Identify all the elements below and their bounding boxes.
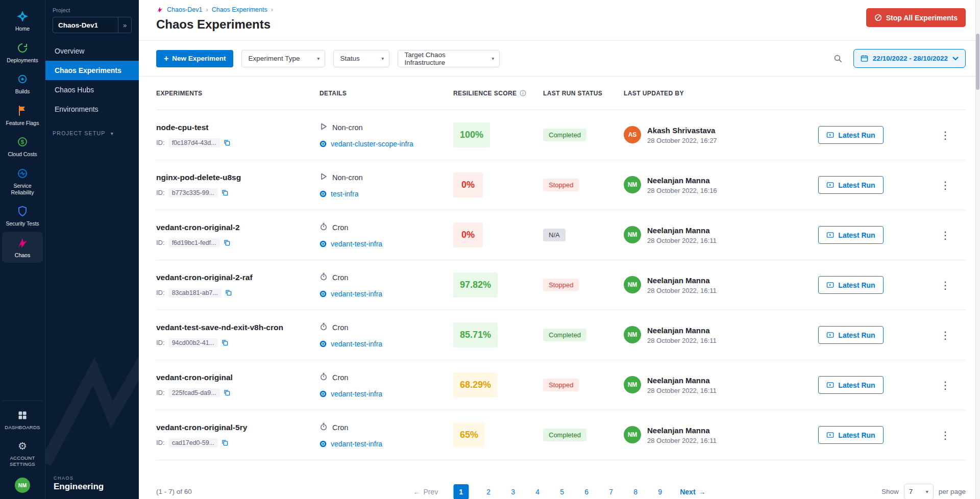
sidebar-item-overview[interactable]: Overview — [45, 41, 139, 61]
infrastructure-icon — [320, 190, 327, 197]
row-menu-icon[interactable]: ⋮ — [936, 328, 954, 342]
nav-account-settings[interactable]: ⚙ ACCOUNT SETTINGS — [2, 435, 43, 471]
copy-icon[interactable] — [222, 439, 228, 446]
experiment-name[interactable]: vedant-cron-original-2 — [156, 223, 320, 232]
nav-deployments[interactable]: Deployments — [2, 37, 43, 68]
nav-service-reliability[interactable]: Service Reliability — [2, 162, 43, 200]
table-row: node-cpu-test ID: f0c187d4-43d... Non-cr… — [156, 110, 966, 160]
avatar: AS — [624, 126, 641, 143]
pagination-next[interactable]: Next→ — [680, 488, 705, 496]
per-page-label: per page — [939, 488, 966, 495]
filter-experiment-type[interactable]: Experiment Type ▾ — [241, 50, 325, 67]
nav-feature-flags[interactable]: Feature Flags — [2, 99, 43, 131]
nav-home[interactable]: Home — [2, 5, 43, 37]
copy-icon[interactable] — [224, 389, 230, 396]
experiment-type: Cron — [320, 272, 453, 283]
infrastructure-link[interactable]: vedant-test-infra — [331, 340, 382, 348]
experiment-name[interactable]: vedant-test-save-nd-exit-v8h-cron — [156, 323, 320, 332]
column-last-updated-by: LAST UPDATED BY — [624, 90, 777, 97]
pagination-prev[interactable]: ←Prev — [413, 488, 438, 496]
row-menu-icon[interactable]: ⋮ — [936, 178, 954, 192]
latest-run-button[interactable]: Latest Run — [818, 326, 883, 344]
experiment-name[interactable]: node-cpu-test — [156, 123, 320, 132]
sidebar-item-environments[interactable]: Environments — [45, 99, 139, 119]
resilience-score: 97.82% — [453, 272, 498, 297]
infrastructure-link[interactable]: vedant-test-infra — [331, 240, 382, 248]
pagination-page-4[interactable]: 4 — [533, 488, 542, 496]
new-experiment-button[interactable]: + New Experiment — [156, 50, 233, 67]
info-icon[interactable] — [520, 90, 526, 96]
resilience-score: 100% — [453, 122, 490, 147]
infrastructure-link[interactable]: vedant-test-infra — [331, 390, 382, 398]
pagination-page-7[interactable]: 7 — [606, 488, 616, 496]
nav-security-tests[interactable]: Security Tests — [2, 200, 43, 232]
user-name: Neelanjan Manna — [647, 426, 717, 435]
infrastructure-link[interactable]: test-infra — [331, 190, 358, 198]
infrastructure-link[interactable]: vedant-cluster-scope-infra — [331, 140, 413, 148]
nav-builds[interactable]: Builds — [2, 68, 43, 99]
infrastructure-link[interactable]: vedant-test-infra — [331, 290, 382, 298]
status-badge: Completed — [543, 329, 586, 341]
date-range-picker[interactable]: 22/10/2022 - 28/10/2022 — [853, 49, 966, 68]
breadcrumb: Chaos-Dev1 › Chaos Experiments › — [156, 6, 966, 13]
experiment-id-label: ID: — [156, 239, 165, 246]
copy-icon[interactable] — [222, 189, 228, 196]
row-menu-icon[interactable]: ⋮ — [936, 228, 954, 242]
latest-run-button[interactable]: Latest Run — [818, 176, 883, 194]
copy-icon[interactable] — [224, 139, 230, 146]
filter-target-chaos-infrastructure[interactable]: Target Chaos Infrastructure ▾ — [398, 50, 500, 67]
row-menu-icon[interactable]: ⋮ — [936, 278, 954, 292]
pagination-page-9[interactable]: 9 — [655, 488, 665, 496]
pagination-page-1[interactable]: 1 — [453, 484, 469, 499]
latest-run-button[interactable]: Latest Run — [818, 126, 883, 144]
copy-icon[interactable] — [224, 239, 230, 246]
infrastructure-link[interactable]: vedant-test-infra — [331, 440, 382, 448]
latest-run-button[interactable]: Latest Run — [818, 376, 883, 394]
project-name-input[interactable] — [53, 17, 118, 33]
chevron-down-icon: ▾ — [926, 489, 928, 494]
experiment-name[interactable]: vedant-cron-original-2-raf — [156, 273, 320, 282]
latest-run-button[interactable]: Latest Run — [818, 226, 883, 244]
sidebar-item-chaos-hubs[interactable]: Chaos Hubs — [45, 80, 139, 99]
updated-date: 28 October 2022, 16:27 — [647, 137, 717, 144]
breadcrumb-link-page[interactable]: Chaos Experiments — [212, 6, 267, 13]
experiment-name[interactable]: vedant-cron-original — [156, 373, 320, 382]
stop-all-experiments-button[interactable]: Stop All Experiments — [866, 8, 966, 27]
sidebar-item-chaos-experiments[interactable]: Chaos Experiments — [45, 61, 139, 80]
latest-run-button[interactable]: Latest Run — [818, 276, 883, 294]
pagination-page-6[interactable]: 6 — [582, 488, 591, 496]
nav-cloud-costs[interactable]: $ Cloud Costs — [2, 131, 43, 162]
expand-sidebar-icon[interactable]: » — [118, 17, 131, 33]
nav-chaos[interactable]: Chaos — [2, 232, 43, 263]
table-row: vedant-cron-original ID: 225fcad5-da9...… — [156, 360, 966, 410]
pagination-page-5[interactable]: 5 — [557, 488, 567, 496]
breadcrumb-link-project[interactable]: Chaos-Dev1 — [167, 6, 202, 13]
breadcrumb-separator: › — [271, 6, 273, 13]
nav-dashboards[interactable]: DASHBOARDS — [2, 404, 43, 435]
page-size-control: Show 7 ▾ per page — [881, 484, 966, 499]
row-menu-icon[interactable]: ⋮ — [936, 128, 954, 142]
scrollbar-track[interactable] — [975, 0, 980, 499]
latest-run-button[interactable]: Latest Run — [818, 426, 883, 444]
experiment-name[interactable]: vedant-cron-original-5ry — [156, 423, 320, 432]
copy-icon[interactable] — [225, 289, 232, 296]
pagination-page-8[interactable]: 8 — [631, 488, 640, 496]
search-button[interactable] — [830, 51, 845, 66]
row-menu-icon[interactable]: ⋮ — [936, 378, 954, 392]
cron-icon — [320, 372, 328, 383]
table-row: nginx-pod-delete-u8sg ID: b773c335-99...… — [156, 160, 966, 210]
pagination-page-2[interactable]: 2 — [484, 488, 493, 496]
scrollbar-thumb[interactable] — [976, 34, 979, 90]
experiment-name[interactable]: nginx-pod-delete-u8sg — [156, 173, 320, 182]
column-last-run-status: LAST RUN STATUS — [543, 90, 624, 97]
user-avatar[interactable]: NM — [15, 478, 30, 493]
filter-status[interactable]: Status ▾ — [333, 50, 389, 67]
play-icon — [320, 122, 328, 133]
copy-icon[interactable] — [222, 339, 228, 346]
column-details: DETAILS — [320, 90, 453, 97]
updated-date: 28 October 2022, 16:11 — [647, 437, 717, 444]
page-size-select[interactable]: 7 ▾ — [904, 484, 934, 499]
project-setup-toggle[interactable]: PROJECT SETUP ▾ — [53, 130, 132, 136]
pagination-page-3[interactable]: 3 — [508, 488, 518, 496]
row-menu-icon[interactable]: ⋮ — [936, 428, 954, 442]
